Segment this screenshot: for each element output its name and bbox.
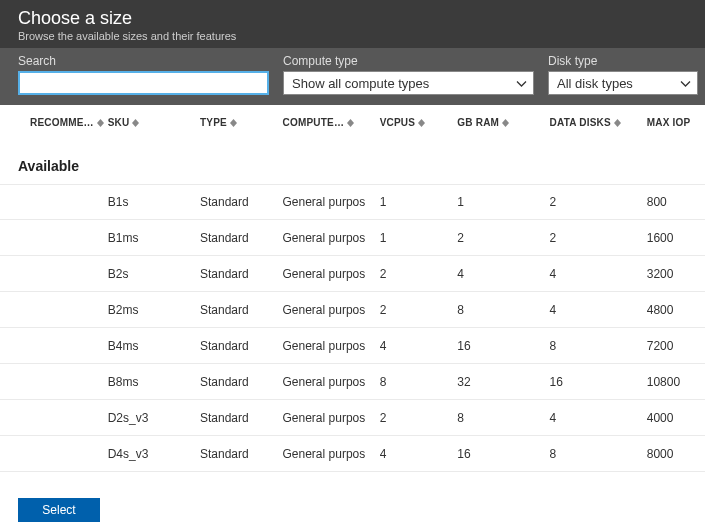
cell: 1 [380,231,458,245]
table-row[interactable]: B1sStandardGeneral purpos112800 [0,184,705,220]
col-vcpus[interactable]: VCPUS [380,117,458,128]
cell: 1 [457,195,549,209]
cell: 32 [457,375,549,389]
panel-header: Choose a size Browse the available sizes… [0,0,705,48]
table-row[interactable]: B2sStandardGeneral purpos2443200 [0,256,705,292]
sort-icon [418,119,425,127]
cell: 4800 [647,303,705,317]
sort-icon [502,119,509,127]
panel-title: Choose a size [18,8,687,29]
table-row[interactable]: D2s_v3StandardGeneral purpos2844000 [0,400,705,436]
sort-icon [347,119,354,127]
cell: General purpos [283,303,380,317]
table-row[interactable]: B1msStandardGeneral purpos1221600 [0,220,705,256]
cell: Standard [200,447,283,461]
search-input[interactable] [18,71,269,95]
group-available: Available [0,136,705,184]
size-table: RECOMME… SKU TYPE COMPUTE… VCPUS GB RAM … [0,105,705,472]
cell: 1 [380,195,458,209]
table-header-row: RECOMME… SKU TYPE COMPUTE… VCPUS GB RAM … [0,105,705,136]
table-row[interactable]: B2msStandardGeneral purpos2844800 [0,292,705,328]
cell: 2 [550,231,647,245]
panel-subtitle: Browse the available sizes and their fea… [18,30,687,42]
sort-icon [97,119,104,127]
table-body: B1sStandardGeneral purpos112800B1msStand… [0,184,705,472]
cell: 4 [550,411,647,425]
table-row[interactable]: B4msStandardGeneral purpos41687200 [0,328,705,364]
cell: 800 [647,195,705,209]
cell: 4000 [647,411,705,425]
chevron-down-icon [680,76,691,91]
cell: 8000 [647,447,705,461]
cell: B1ms [108,231,200,245]
cell: General purpos [283,375,380,389]
footer-bar: Select [0,490,705,530]
search-label: Search [18,54,269,68]
cell: 3200 [647,267,705,281]
cell: B2ms [108,303,200,317]
cell: 8 [457,303,549,317]
filter-bar: Search Compute type Show all compute typ… [0,48,705,105]
cell: B8ms [108,375,200,389]
cell: Standard [200,375,283,389]
cell: 8 [457,411,549,425]
sort-icon [132,119,139,127]
cell: 16 [550,375,647,389]
cell: D4s_v3 [108,447,200,461]
cell: B2s [108,267,200,281]
col-sku[interactable]: SKU [108,117,200,128]
cell: 4 [457,267,549,281]
disk-type-filter: Disk type All disk types [548,54,698,95]
disk-type-select[interactable]: All disk types [548,71,698,95]
cell: General purpos [283,231,380,245]
cell: General purpos [283,195,380,209]
table-row[interactable]: B8msStandardGeneral purpos8321610800 [0,364,705,400]
cell: B1s [108,195,200,209]
compute-type-value: Show all compute types [292,76,429,91]
sort-icon [614,119,621,127]
cell: 7200 [647,339,705,353]
col-type[interactable]: TYPE [200,117,283,128]
cell: Standard [200,303,283,317]
table-row[interactable]: D4s_v3StandardGeneral purpos41688000 [0,436,705,472]
cell: 8 [550,447,647,461]
cell: 4 [380,339,458,353]
cell: Standard [200,195,283,209]
cell: 2 [380,267,458,281]
cell: General purpos [283,267,380,281]
cell: B4ms [108,339,200,353]
compute-type-select[interactable]: Show all compute types [283,71,534,95]
select-button[interactable]: Select [18,498,100,522]
cell: General purpos [283,447,380,461]
cell: 2 [380,303,458,317]
cell: 16 [457,447,549,461]
cell: 16 [457,339,549,353]
cell: Standard [200,267,283,281]
col-recommended[interactable]: RECOMME… [0,117,108,128]
cell: 10800 [647,375,705,389]
search-filter: Search [18,54,269,95]
cell: 4 [550,267,647,281]
cell: 1600 [647,231,705,245]
cell: General purpos [283,411,380,425]
col-disks[interactable]: DATA DISKS [550,117,647,128]
chevron-down-icon [516,76,527,91]
col-compute[interactable]: COMPUTE… [283,117,380,128]
compute-type-filter: Compute type Show all compute types [283,54,534,95]
cell: General purpos [283,339,380,353]
cell: 2 [380,411,458,425]
col-iops[interactable]: MAX IOP [647,117,705,128]
cell: Standard [200,231,283,245]
cell: 8 [550,339,647,353]
sort-icon [230,119,237,127]
col-ram[interactable]: GB RAM [457,117,549,128]
cell: 4 [380,447,458,461]
cell: 4 [550,303,647,317]
cell: Standard [200,339,283,353]
disk-type-value: All disk types [557,76,633,91]
disk-type-label: Disk type [548,54,698,68]
cell: Standard [200,411,283,425]
cell: 8 [380,375,458,389]
compute-type-label: Compute type [283,54,534,68]
cell: 2 [550,195,647,209]
